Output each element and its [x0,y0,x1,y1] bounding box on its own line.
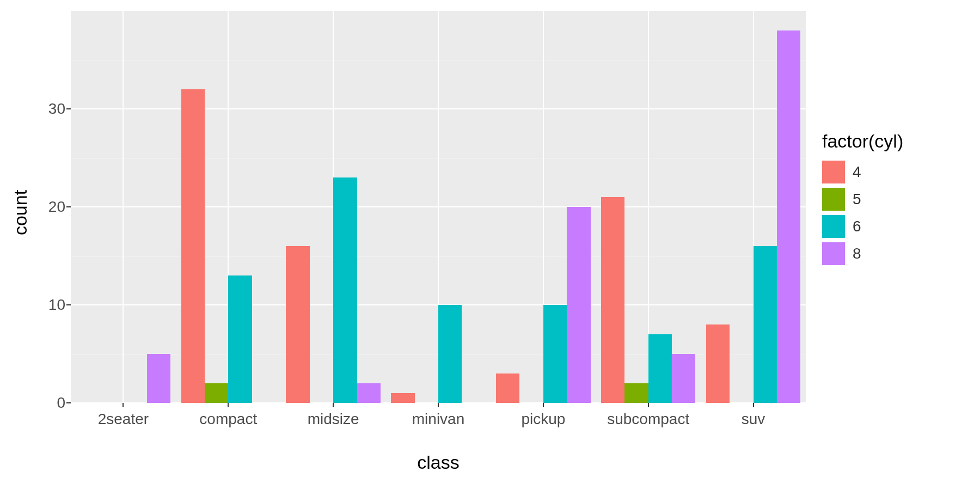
x-tick-label: 2seater [98,411,149,428]
x-tick-label: compact [199,411,257,428]
x-axis-label: class [71,452,806,473]
legend-label: 4 [853,163,861,181]
plot-panel [71,11,806,403]
bar [672,354,695,403]
legend-label: 6 [853,218,861,235]
y-tick-mark [66,304,71,305]
legend-swatch [822,215,845,238]
bar [496,373,519,403]
y-tick-mark [66,108,71,109]
legend-key [822,161,845,183]
bar [228,275,252,403]
y-axis-label: count [4,0,37,425]
x-tick-mark [753,403,754,407]
x-tick-mark [333,403,334,407]
legend-key [822,188,845,211]
y-tick-label: 10 [48,296,65,314]
bar [706,324,730,403]
legend-swatch [822,188,845,211]
y-tick-mark [66,206,71,207]
bar [438,305,462,403]
bar [648,334,672,403]
legend-label: 8 [853,245,861,262]
legend-item: 6 [822,215,964,238]
legend-item: 8 [822,242,964,265]
x-tick-mark [543,403,544,407]
bar [391,393,414,403]
x-axis: 2seatercompactmidsizeminivanpickupsubcom… [71,403,806,436]
bar [205,383,228,403]
x-tick-label: subcompact [607,411,689,428]
y-axis: 0102030 [38,11,71,403]
y-tick-mark [66,402,71,403]
y-tick-label: 0 [57,394,65,412]
legend-swatch [822,242,845,265]
bar [601,197,624,403]
y-tick-label: 30 [48,100,65,118]
grid-major-v [122,11,124,403]
bar [777,30,800,403]
legend-label: 5 [853,191,861,208]
x-tick-mark [228,403,229,407]
x-tick-mark [122,403,124,407]
x-tick-label: midsize [308,411,359,428]
bar [147,354,170,403]
bar [286,246,309,403]
legend-title: factor(cyl) [822,131,964,152]
legend-key [822,242,845,265]
x-tick-label: pickup [521,411,565,428]
x-tick-mark [438,403,439,407]
bar [181,89,205,403]
bar [567,207,590,403]
x-tick-label: minivan [412,411,464,428]
bar [543,305,567,403]
legend-item: 4 [822,161,964,183]
x-tick-mark [648,403,649,407]
bar [624,383,648,403]
legend-swatch [822,161,845,183]
legend: factor(cyl) 4568 [822,131,964,270]
bar [357,383,381,403]
bar-chart: count 0102030 2seatercompactmidsizeminiv… [0,0,980,490]
y-tick-label: 20 [48,198,65,216]
x-tick-label: suv [742,411,765,428]
bar [754,246,777,403]
bar [333,177,357,403]
legend-key [822,215,845,238]
legend-item: 5 [822,188,964,211]
